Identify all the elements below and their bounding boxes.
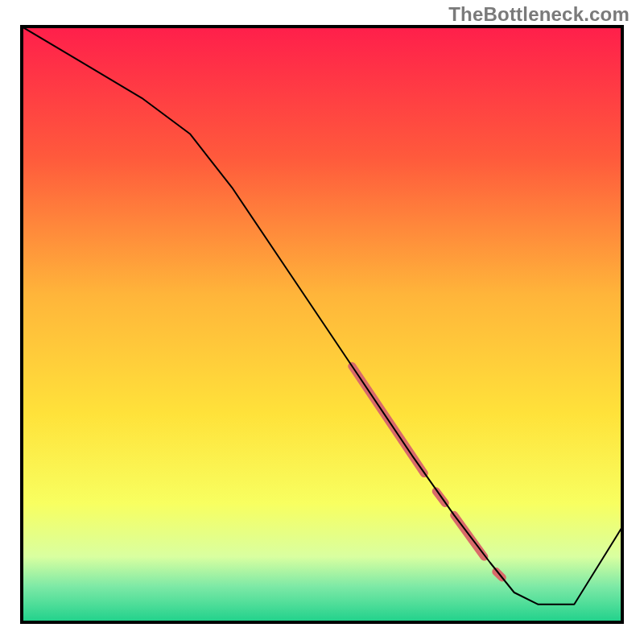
chart-frame: TheBottleneck.com (0, 0, 644, 644)
bottleneck-chart (0, 0, 644, 644)
watermark-text: TheBottleneck.com (448, 3, 630, 26)
gradient-background (22, 27, 622, 622)
